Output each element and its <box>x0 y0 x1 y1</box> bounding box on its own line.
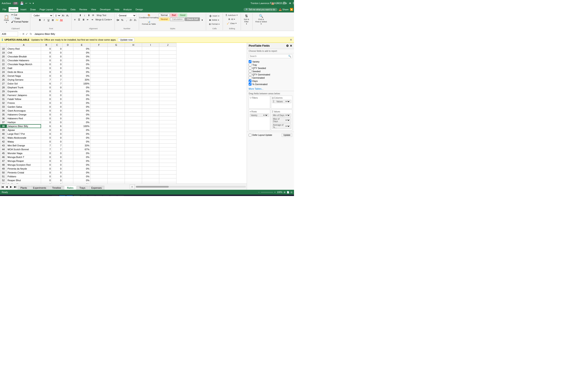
cell-c[interactable]: 0 <box>52 66 62 70</box>
cell-g[interactable] <box>108 109 125 112</box>
cell-g[interactable] <box>108 112 125 116</box>
cell-c[interactable]: 0 <box>52 47 62 51</box>
cell-a[interactable]: Habanero Orange <box>7 112 41 116</box>
align-bottom-btn[interactable]: ⬇ <box>87 13 91 17</box>
taskbar-calculator[interactable]: 🔢 <box>103 196 110 196</box>
menu-file[interactable]: File <box>1 7 8 12</box>
update-close-btn[interactable]: ✕ <box>290 38 292 42</box>
pivot-field-checkbox[interactable] <box>249 66 252 70</box>
cell-j[interactable] <box>159 47 176 51</box>
cell-g[interactable] <box>108 54 125 58</box>
cell-e[interactable]: 0% <box>73 51 90 54</box>
cell-d[interactable] <box>62 101 73 105</box>
clear-dropdown[interactable]: ▾ <box>236 22 236 24</box>
cell-i[interactable] <box>142 47 159 51</box>
cell-h[interactable] <box>125 70 142 74</box>
cell-i[interactable] <box>142 109 159 112</box>
border-button[interactable]: ⊞ <box>51 18 55 22</box>
cell-b[interactable]: 0 <box>41 47 52 51</box>
align-top-btn[interactable]: ⬆ <box>78 13 82 17</box>
cell-a[interactable]: Jalapeno Biker Billy <box>7 124 41 128</box>
pivot-field-checkbox[interactable] <box>249 80 252 82</box>
cell-f[interactable] <box>90 70 108 74</box>
cell-b[interactable]: 0 <box>41 120 52 124</box>
cell-c[interactable]: 6 <box>52 124 62 128</box>
cell-c[interactable]: 0 <box>52 58 62 62</box>
cell-c[interactable]: 0 <box>52 51 62 54</box>
cell-e[interactable]: 0% <box>73 178 90 182</box>
cell-d[interactable] <box>62 120 73 124</box>
cell-h[interactable] <box>125 174 142 178</box>
update-now-btn[interactable]: Update now <box>118 38 134 42</box>
cell-e[interactable]: 100% <box>73 82 90 86</box>
cell-c[interactable]: 7 <box>52 148 62 151</box>
cell-g[interactable] <box>108 174 125 178</box>
zoom-in-btn[interactable]: + <box>274 191 276 194</box>
cell-f[interactable] <box>90 116 108 120</box>
cell-h[interactable] <box>125 109 142 112</box>
col-header-e[interactable]: E <box>73 43 90 47</box>
cell-j[interactable] <box>159 97 176 101</box>
cell-i[interactable] <box>142 174 159 178</box>
cell-i[interactable] <box>142 70 159 74</box>
cell-a[interactable]: Dorset Naga <box>7 74 41 78</box>
cell-b[interactable]: 0 <box>41 136 52 140</box>
cell-b[interactable]: 0 <box>41 178 52 182</box>
cell-b[interactable]: 7 <box>41 148 52 151</box>
cell-g[interactable] <box>108 120 125 124</box>
cell-b[interactable]: 0 <box>41 54 52 58</box>
cell-a[interactable]: Monster Naga <box>7 151 41 155</box>
cell-j[interactable] <box>159 151 176 155</box>
cell-h[interactable] <box>125 151 142 155</box>
cell-h[interactable] <box>125 93 142 97</box>
cell-f[interactable] <box>90 148 108 151</box>
cell-i[interactable] <box>142 51 159 54</box>
cell-h[interactable] <box>125 101 142 105</box>
tab-scroll-right[interactable]: ▶ <box>9 185 13 189</box>
cell-d[interactable] <box>62 148 73 151</box>
cell-b[interactable]: 0 <box>41 167 52 171</box>
cell-e[interactable]: 0% <box>73 47 90 51</box>
cell-f[interactable] <box>90 182 108 184</box>
tell-me-box[interactable]: 🔍 Tell me what you want to do <box>244 8 278 11</box>
cell-h[interactable] <box>125 112 142 116</box>
cell-j[interactable] <box>159 167 176 171</box>
cell-a[interactable]: Farmers' Jalapeno <box>7 93 41 97</box>
cell-e[interactable]: 0% <box>73 140 90 144</box>
menu-help[interactable]: Help <box>113 7 121 12</box>
cell-i[interactable] <box>142 178 159 182</box>
cell-h[interactable] <box>125 171 142 174</box>
cell-a[interactable]: Elephant Trunk <box>7 86 41 90</box>
cell-a[interactable]: Mini Bell Orange <box>7 144 41 148</box>
taskbar-edge[interactable]: 🌐 <box>59 196 66 196</box>
cell-g[interactable] <box>108 105 125 109</box>
cell-b[interactable]: 0 <box>41 163 52 167</box>
decrease-indent-btn[interactable]: ⇤ <box>86 18 90 22</box>
cell-j[interactable] <box>159 54 176 58</box>
cell-f[interactable] <box>90 132 108 136</box>
cell-d[interactable] <box>62 178 73 182</box>
cell-i[interactable] <box>142 155 159 159</box>
cell-f[interactable] <box>90 155 108 159</box>
copy-label[interactable]: Copy <box>15 17 20 20</box>
increase-font-btn[interactable]: A↑ <box>62 14 65 18</box>
cell-h[interactable] <box>125 167 142 171</box>
cell-d[interactable] <box>62 151 73 155</box>
pivot-field-checkbox[interactable] <box>249 83 252 86</box>
cell-d[interactable] <box>62 171 73 174</box>
cell-c[interactable]: 7 <box>52 82 62 86</box>
cell-a[interactable]: Jigsaw <box>7 128 41 132</box>
cell-i[interactable] <box>142 120 159 124</box>
cell-c[interactable]: 0 <box>52 132 62 136</box>
cell-b[interactable]: 0 <box>41 174 52 178</box>
sheet-tab-rates[interactable]: Rates <box>64 186 76 190</box>
cell-i[interactable] <box>142 86 159 90</box>
cell-i[interactable] <box>142 163 159 167</box>
delete-dropdown[interactable]: ▾ <box>218 19 219 21</box>
cell-f[interactable] <box>90 128 108 132</box>
cell-g[interactable] <box>108 178 125 182</box>
ribbon-collapse[interactable]: 🔼 <box>290 8 293 11</box>
cell-a[interactable]: Pimenta da Neyde <box>7 167 41 171</box>
cell-f[interactable] <box>90 54 108 58</box>
pivot-min-days-chip[interactable]: Min of Days ▾ <box>272 114 292 117</box>
